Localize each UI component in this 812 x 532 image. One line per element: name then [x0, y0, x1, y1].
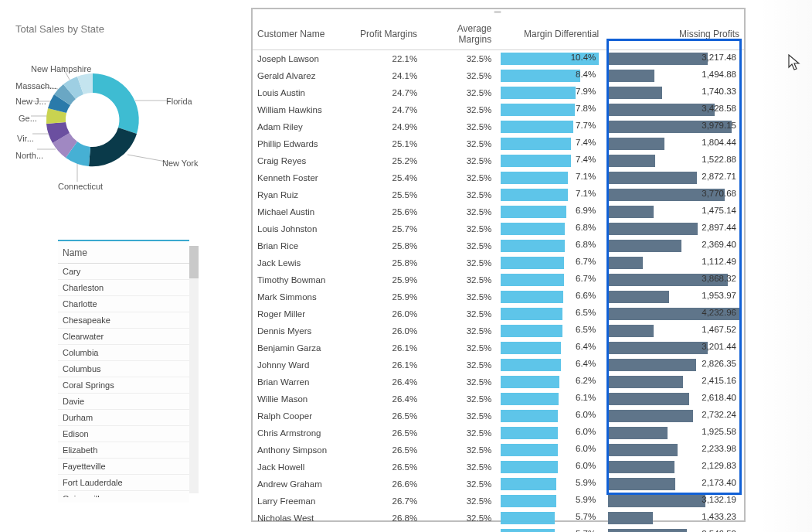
slicer-item[interactable]: Gainesville	[58, 491, 189, 497]
table-row[interactable]: Roger Miller26.0%32.5%6.5%4,232.96	[253, 305, 744, 322]
table-row[interactable]: Gerald Alvarez24.1%32.5%8.4%1,494.88	[253, 67, 744, 84]
cell-mp: 3,217.48	[603, 50, 744, 68]
slicer-item[interactable]: Charlotte	[58, 296, 189, 312]
cell-pm: 25.5%	[352, 186, 422, 203]
table-row[interactable]: Benjamin Garza26.1%32.5%6.4%3,201.44	[253, 339, 744, 356]
donut-chart[interactable]: Florida New York Connecticut North... Vi…	[15, 43, 209, 197]
slicer-item[interactable]: Charleston	[58, 280, 189, 296]
table-row[interactable]: Louis Austin24.7%32.5%7.9%1,740.33	[253, 84, 744, 101]
table-row[interactable]: Louis Johnston25.7%32.5%6.8%2,897.44	[253, 220, 744, 237]
cell-pm: 22.1%	[352, 50, 422, 68]
cell-md: 6.4%	[496, 339, 603, 356]
cell-mp: 2,826.35	[603, 356, 744, 373]
slicer-item[interactable]: Elizabeth	[58, 442, 189, 459]
cell-am: 32.5%	[422, 118, 496, 135]
table-row[interactable]: Willie Mason26.4%32.5%6.1%2,618.40	[253, 390, 744, 408]
slicer-item[interactable]: Fort Lauderdale	[58, 475, 189, 491]
cell-md: 7.1%	[496, 186, 603, 203]
slicer-item[interactable]: Edison	[58, 426, 189, 442]
table-row[interactable]: Joseph Lawson22.1%32.5%10.4%3,217.48	[253, 50, 744, 68]
slicer-item[interactable]: Coral Springs	[58, 377, 189, 394]
cell-md: 7.4%	[496, 135, 603, 152]
cell-pm: 25.6%	[352, 203, 422, 220]
cell-name: Brian Rice	[253, 237, 352, 254]
cell-mp: 3,201.44	[603, 339, 744, 356]
cell-md: 7.9%	[496, 84, 603, 101]
cell-mp: 4,232.96	[603, 305, 744, 322]
table-row[interactable]: Brian Rice25.8%32.5%6.8%2,369.40	[253, 237, 744, 254]
table-row[interactable]: Johnny Ward26.1%32.5%6.4%2,826.35	[253, 356, 744, 373]
table-row[interactable]: Michael Austin25.6%32.5%6.9%1,475.14	[253, 203, 744, 220]
cell-md: 6.0%	[496, 459, 603, 476]
cell-am: 32.5%	[422, 203, 496, 220]
table-row[interactable]: Ryan Ruiz25.5%32.5%7.1%3,770.68	[253, 186, 744, 203]
label-newyork: New York	[162, 159, 198, 168]
cell-am: 32.5%	[422, 169, 496, 186]
cell-am: 32.5%	[422, 101, 496, 118]
table-row[interactable]: Dennis Myers26.0%32.5%6.5%1,467.52	[253, 322, 744, 339]
cell-name: Joseph Lawson	[253, 50, 352, 68]
col-profit-margins[interactable]: Profit Margins	[352, 9, 422, 50]
cell-pm: 26.4%	[352, 390, 422, 408]
table-row[interactable]: William Hawkins24.7%32.5%7.8%3,428.58	[253, 101, 744, 118]
cell-mp: 2,369.40	[603, 237, 744, 254]
cell-am: 32.5%	[422, 254, 496, 271]
cell-md: 6.0%	[496, 425, 603, 442]
col-customer[interactable]: Customer Name	[253, 9, 352, 50]
cell-pm: 26.1%	[352, 356, 422, 373]
cell-pm: 25.1%	[352, 135, 422, 152]
slicer-scrollbar[interactable]	[189, 246, 199, 493]
cell-am: 32.5%	[422, 442, 496, 459]
col-missing-profits[interactable]: Missing Profits	[603, 9, 744, 50]
cell-name: Daniel Perry	[253, 527, 352, 532]
table-row[interactable]: Adam Riley24.9%32.5%7.7%3,979.15	[253, 118, 744, 135]
table-row[interactable]: Andrew Graham26.6%32.5%5.9%2,173.40	[253, 476, 744, 493]
slicer-item[interactable]: Fayetteville	[58, 459, 189, 475]
slicer-item[interactable]: Davie	[58, 394, 189, 410]
cell-pm: 25.4%	[352, 169, 422, 186]
table-row[interactable]: Anthony Simpson26.5%32.5%6.0%2,233.98	[253, 442, 744, 459]
slicer-item[interactable]: Cary	[58, 264, 189, 280]
cell-am: 32.5%	[422, 322, 496, 339]
table-row[interactable]: Larry Freeman26.7%32.5%5.9%3,132.19	[253, 493, 744, 510]
table-row[interactable]: Kenneth Foster25.4%32.5%7.1%2,872.71	[253, 169, 744, 186]
table-row[interactable]: Daniel Perry26.8%32.5%5.7%2,546.52	[253, 527, 744, 532]
table-row[interactable]: Nicholas West26.8%32.5%5.7%1,433.23	[253, 510, 744, 527]
table-row[interactable]: Phillip Edwards25.1%32.5%7.4%1,804.44	[253, 135, 744, 152]
slicer-item[interactable]: Columbia	[58, 345, 189, 361]
table-row[interactable]: Jack Howell26.5%32.5%6.0%2,129.83	[253, 459, 744, 476]
slicer-item[interactable]: Columbus	[58, 361, 189, 377]
sales-by-state-chart[interactable]: Total Sales by State	[15, 23, 232, 224]
cell-am: 32.5%	[422, 84, 496, 101]
col-average-margins[interactable]: Average Margins	[422, 9, 496, 50]
table-row[interactable]: Ralph Cooper26.5%32.5%6.0%2,732.24	[253, 408, 744, 425]
cell-md: 10.4%	[496, 50, 603, 68]
cell-pm: 26.0%	[352, 322, 422, 339]
customer-table-visual[interactable]: ═ Customer Name Profit Margins Average M…	[251, 8, 746, 522]
table-row[interactable]: Timothy Bowman25.9%32.5%6.7%3,868.32	[253, 271, 744, 288]
table-row[interactable]: Mark Simmons25.9%32.5%6.6%1,953.97	[253, 288, 744, 305]
slicer-item[interactable]: Durham	[58, 410, 189, 426]
col-margin-differential[interactable]: Margin Differential	[496, 9, 603, 50]
cell-name: Louis Johnston	[253, 220, 352, 237]
cell-pm: 26.8%	[352, 510, 422, 527]
slicer-item[interactable]: Clearwater	[58, 329, 189, 345]
label-vir: Vir...	[17, 134, 34, 143]
label-nh: New Hampshire	[31, 64, 91, 73]
table-row[interactable]: Brian Warren26.4%32.5%6.2%2,415.16	[253, 373, 744, 390]
table-row[interactable]: Chris Armstrong26.5%32.5%6.0%1,925.58	[253, 425, 744, 442]
name-slicer[interactable]: Name CaryCharlestonCharlotteChesapeakeCl…	[58, 240, 189, 503]
cell-am: 32.5%	[422, 288, 496, 305]
table-row[interactable]: Jack Lewis25.8%32.5%6.7%1,112.49	[253, 254, 744, 271]
drag-handle-icon[interactable]: ═	[485, 9, 511, 15]
cell-am: 32.5%	[422, 356, 496, 373]
cell-name: Nicholas West	[253, 510, 352, 527]
cell-am: 32.5%	[422, 527, 496, 532]
slicer-scroll-thumb[interactable]	[189, 246, 199, 278]
cell-pm: 26.5%	[352, 425, 422, 442]
slicer-item[interactable]: Chesapeake	[58, 312, 189, 329]
cell-mp: 2,872.71	[603, 169, 744, 186]
cell-name: Adam Riley	[253, 118, 352, 135]
table-row[interactable]: Craig Reyes25.2%32.5%7.4%1,522.88	[253, 152, 744, 169]
cell-mp: 2,129.83	[603, 459, 744, 476]
